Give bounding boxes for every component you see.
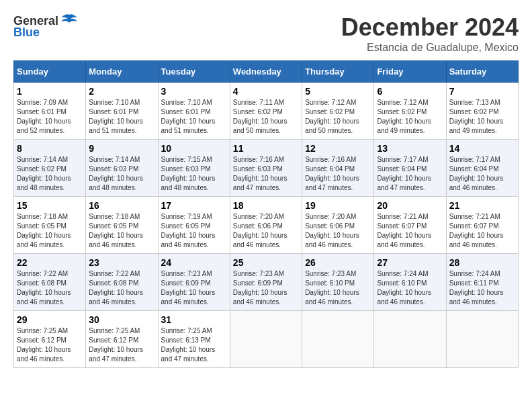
calendar-cell: 16 Sunrise: 7:18 AMSunset: 6:05 PMDaylig… bbox=[86, 197, 158, 254]
day-number: 28 bbox=[449, 257, 515, 268]
calendar-cell: 4 Sunrise: 7:11 AMSunset: 6:02 PMDayligh… bbox=[230, 83, 302, 140]
day-info: Sunrise: 7:14 AMSunset: 6:02 PMDaylight:… bbox=[17, 156, 71, 191]
day-info: Sunrise: 7:09 AMSunset: 6:01 PMDaylight:… bbox=[17, 99, 71, 134]
day-info: Sunrise: 7:21 AMSunset: 6:07 PMDaylight:… bbox=[449, 213, 504, 248]
day-number: 9 bbox=[89, 143, 154, 154]
calendar-cell: 28 Sunrise: 7:24 AMSunset: 6:11 PMDaylig… bbox=[446, 254, 518, 311]
calendar-cell: 11 Sunrise: 7:16 AMSunset: 6:03 PMDaylig… bbox=[230, 140, 302, 197]
calendar-cell: 22 Sunrise: 7:22 AMSunset: 6:08 PMDaylig… bbox=[14, 254, 86, 311]
calendar-cell: 6 Sunrise: 7:12 AMSunset: 6:02 PMDayligh… bbox=[374, 83, 446, 140]
weekday-header-wednesday: Wednesday bbox=[230, 61, 302, 83]
day-number: 24 bbox=[161, 257, 227, 268]
calendar-cell: 12 Sunrise: 7:16 AMSunset: 6:04 PMDaylig… bbox=[302, 140, 374, 197]
weekday-header-thursday: Thursday bbox=[302, 61, 374, 83]
day-number: 2 bbox=[89, 86, 154, 97]
day-number: 27 bbox=[377, 257, 443, 268]
day-info: Sunrise: 7:14 AMSunset: 6:03 PMDaylight:… bbox=[89, 156, 143, 191]
calendar-cell bbox=[446, 311, 518, 368]
calendar-cell: 20 Sunrise: 7:21 AMSunset: 6:07 PMDaylig… bbox=[374, 197, 446, 254]
page-header: General Blue December 2024 Estancia de G… bbox=[13, 13, 519, 54]
day-number: 3 bbox=[161, 86, 227, 97]
calendar-cell: 7 Sunrise: 7:13 AMSunset: 6:02 PMDayligh… bbox=[446, 83, 518, 140]
day-number: 19 bbox=[305, 200, 371, 211]
day-info: Sunrise: 7:18 AMSunset: 6:05 PMDaylight:… bbox=[89, 213, 143, 248]
title-area: December 2024 Estancia de Guadalupe, Mex… bbox=[341, 13, 519, 54]
day-number: 22 bbox=[17, 257, 83, 268]
day-number: 15 bbox=[17, 200, 83, 211]
calendar-week-row: 15 Sunrise: 7:18 AMSunset: 6:05 PMDaylig… bbox=[14, 197, 519, 254]
day-info: Sunrise: 7:13 AMSunset: 6:02 PMDaylight:… bbox=[449, 99, 504, 134]
logo-bird-icon bbox=[60, 13, 79, 28]
day-info: Sunrise: 7:10 AMSunset: 6:01 PMDaylight:… bbox=[89, 99, 143, 134]
day-info: Sunrise: 7:19 AMSunset: 6:05 PMDaylight:… bbox=[161, 213, 216, 248]
day-info: Sunrise: 7:18 AMSunset: 6:05 PMDaylight:… bbox=[17, 213, 71, 248]
calendar-cell: 15 Sunrise: 7:18 AMSunset: 6:05 PMDaylig… bbox=[14, 197, 86, 254]
calendar-week-row: 8 Sunrise: 7:14 AMSunset: 6:02 PMDayligh… bbox=[14, 140, 519, 197]
day-info: Sunrise: 7:21 AMSunset: 6:07 PMDaylight:… bbox=[377, 213, 431, 248]
day-number: 7 bbox=[449, 86, 515, 97]
day-number: 13 bbox=[377, 143, 443, 154]
day-info: Sunrise: 7:12 AMSunset: 6:02 PMDaylight:… bbox=[305, 99, 359, 134]
day-info: Sunrise: 7:16 AMSunset: 6:04 PMDaylight:… bbox=[305, 156, 359, 191]
calendar-header-row: SundayMondayTuesdayWednesdayThursdayFrid… bbox=[14, 61, 519, 83]
calendar-cell: 9 Sunrise: 7:14 AMSunset: 6:03 PMDayligh… bbox=[86, 140, 158, 197]
day-info: Sunrise: 7:24 AMSunset: 6:10 PMDaylight:… bbox=[377, 270, 431, 306]
calendar-cell: 8 Sunrise: 7:14 AMSunset: 6:02 PMDayligh… bbox=[14, 140, 86, 197]
day-number: 29 bbox=[17, 314, 83, 325]
calendar-cell: 21 Sunrise: 7:21 AMSunset: 6:07 PMDaylig… bbox=[446, 197, 518, 254]
calendar-cell: 10 Sunrise: 7:15 AMSunset: 6:03 PMDaylig… bbox=[158, 140, 230, 197]
day-number: 11 bbox=[233, 143, 299, 154]
calendar-cell bbox=[230, 311, 302, 368]
weekday-header-saturday: Saturday bbox=[446, 61, 518, 83]
calendar-cell: 13 Sunrise: 7:17 AMSunset: 6:04 PMDaylig… bbox=[374, 140, 446, 197]
day-info: Sunrise: 7:24 AMSunset: 6:11 PMDaylight:… bbox=[449, 270, 504, 306]
day-number: 21 bbox=[449, 200, 515, 211]
logo-blue: Blue bbox=[13, 26, 40, 40]
day-info: Sunrise: 7:23 AMSunset: 6:09 PMDaylight:… bbox=[161, 270, 216, 306]
calendar-cell bbox=[302, 311, 374, 368]
calendar-cell: 29 Sunrise: 7:25 AMSunset: 6:12 PMDaylig… bbox=[14, 311, 86, 368]
day-number: 4 bbox=[233, 86, 299, 97]
calendar-cell: 30 Sunrise: 7:25 AMSunset: 6:12 PMDaylig… bbox=[86, 311, 158, 368]
day-info: Sunrise: 7:23 AMSunset: 6:09 PMDaylight:… bbox=[233, 270, 287, 306]
day-number: 1 bbox=[17, 86, 83, 97]
calendar-cell: 31 Sunrise: 7:25 AMSunset: 6:13 PMDaylig… bbox=[158, 311, 230, 368]
weekday-header-sunday: Sunday bbox=[14, 61, 86, 83]
day-info: Sunrise: 7:22 AMSunset: 6:08 PMDaylight:… bbox=[17, 270, 71, 306]
calendar-cell: 14 Sunrise: 7:17 AMSunset: 6:04 PMDaylig… bbox=[446, 140, 518, 197]
weekday-header-friday: Friday bbox=[374, 61, 446, 83]
day-number: 23 bbox=[89, 257, 154, 268]
day-info: Sunrise: 7:20 AMSunset: 6:06 PMDaylight:… bbox=[305, 213, 359, 248]
day-number: 26 bbox=[305, 257, 371, 268]
day-info: Sunrise: 7:17 AMSunset: 6:04 PMDaylight:… bbox=[449, 156, 504, 191]
month-title: December 2024 bbox=[341, 13, 519, 42]
day-number: 17 bbox=[161, 200, 227, 211]
day-info: Sunrise: 7:16 AMSunset: 6:03 PMDaylight:… bbox=[233, 156, 287, 191]
calendar-week-row: 1 Sunrise: 7:09 AMSunset: 6:01 PMDayligh… bbox=[14, 83, 519, 140]
calendar-cell: 1 Sunrise: 7:09 AMSunset: 6:01 PMDayligh… bbox=[14, 83, 86, 140]
day-info: Sunrise: 7:23 AMSunset: 6:10 PMDaylight:… bbox=[305, 270, 359, 306]
day-info: Sunrise: 7:12 AMSunset: 6:02 PMDaylight:… bbox=[377, 99, 431, 134]
day-info: Sunrise: 7:25 AMSunset: 6:13 PMDaylight:… bbox=[161, 327, 216, 363]
location-title: Estancia de Guadalupe, Mexico bbox=[341, 42, 519, 54]
day-number: 10 bbox=[161, 143, 227, 154]
logo: General Blue bbox=[13, 13, 79, 40]
day-info: Sunrise: 7:20 AMSunset: 6:06 PMDaylight:… bbox=[233, 213, 287, 248]
day-info: Sunrise: 7:10 AMSunset: 6:01 PMDaylight:… bbox=[161, 99, 216, 134]
day-info: Sunrise: 7:25 AMSunset: 6:12 PMDaylight:… bbox=[17, 327, 71, 363]
day-info: Sunrise: 7:22 AMSunset: 6:08 PMDaylight:… bbox=[89, 270, 143, 306]
weekday-header-tuesday: Tuesday bbox=[158, 61, 230, 83]
calendar-cell: 24 Sunrise: 7:23 AMSunset: 6:09 PMDaylig… bbox=[158, 254, 230, 311]
calendar-cell: 27 Sunrise: 7:24 AMSunset: 6:10 PMDaylig… bbox=[374, 254, 446, 311]
day-number: 12 bbox=[305, 143, 371, 154]
calendar-cell: 2 Sunrise: 7:10 AMSunset: 6:01 PMDayligh… bbox=[86, 83, 158, 140]
calendar-week-row: 29 Sunrise: 7:25 AMSunset: 6:12 PMDaylig… bbox=[14, 311, 519, 368]
day-number: 18 bbox=[233, 200, 299, 211]
day-info: Sunrise: 7:17 AMSunset: 6:04 PMDaylight:… bbox=[377, 156, 431, 191]
day-number: 30 bbox=[89, 314, 154, 325]
day-number: 5 bbox=[305, 86, 371, 97]
calendar-cell: 23 Sunrise: 7:22 AMSunset: 6:08 PMDaylig… bbox=[86, 254, 158, 311]
day-number: 16 bbox=[89, 200, 154, 211]
calendar-cell: 26 Sunrise: 7:23 AMSunset: 6:10 PMDaylig… bbox=[302, 254, 374, 311]
calendar-cell: 18 Sunrise: 7:20 AMSunset: 6:06 PMDaylig… bbox=[230, 197, 302, 254]
